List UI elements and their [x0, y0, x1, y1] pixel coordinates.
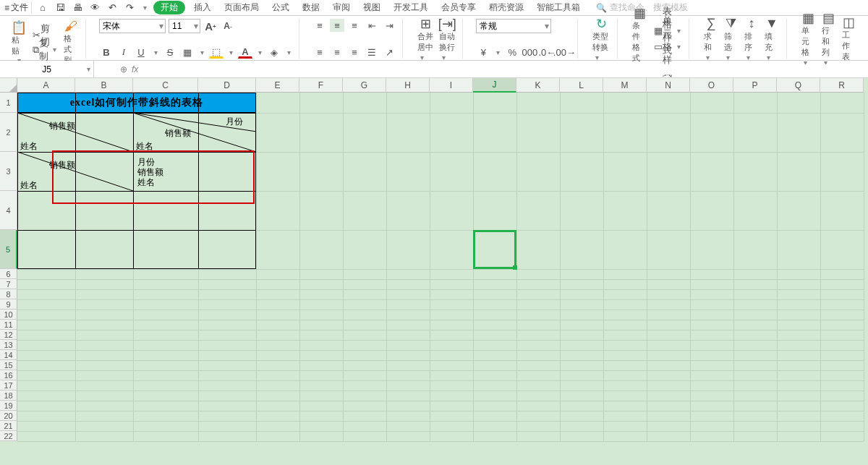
decrease-font-button[interactable]: A- — [221, 20, 235, 33]
home-icon[interactable]: ⌂ — [36, 1, 49, 14]
percent-button[interactable]: % — [505, 46, 519, 59]
column-header-I[interactable]: I — [430, 78, 473, 93]
chevron-down-icon[interactable]: ▾ — [255, 48, 264, 56]
row-header-12[interactable]: 12 — [0, 330, 17, 340]
row-header-5[interactable]: 5 — [0, 230, 17, 269]
conditional-format-button[interactable]: ▦条件格式▾ — [631, 19, 649, 59]
row-header-22[interactable]: 22 — [0, 431, 17, 441]
column-header-F[interactable]: F — [299, 78, 343, 93]
orientation-button[interactable]: ↗ — [382, 46, 396, 59]
print-preview-icon[interactable]: 👁 — [88, 1, 101, 14]
row-header-15[interactable]: 15 — [0, 360, 17, 370]
column-header-B[interactable]: B — [75, 78, 133, 93]
merge-center-button[interactable]: ⊞合并居中▾ — [416, 19, 435, 59]
align-left-button[interactable]: ≡ — [312, 46, 327, 59]
align-top-button[interactable]: ≡ — [312, 19, 327, 32]
phonetic-button[interactable]: ◈ — [267, 46, 281, 59]
copy-button[interactable]: ⧉ 复制▾ — [30, 43, 59, 56]
tab-dev-tools[interactable]: 开发工具 — [389, 1, 433, 14]
format-painter-button[interactable]: 🖌 格式刷 — [62, 19, 80, 66]
row-header-1[interactable]: 1 — [0, 93, 17, 113]
number-format-select[interactable]: 常规 — [476, 19, 551, 33]
row-header-14[interactable]: 14 — [0, 350, 17, 360]
row-header-18[interactable]: 18 — [0, 391, 17, 401]
currency-button[interactable]: ¥ — [476, 46, 490, 59]
column-header-G[interactable]: G — [343, 78, 386, 93]
border-button[interactable]: ▦ — [180, 46, 195, 59]
tab-review[interactable]: 审阅 — [328, 1, 354, 14]
align-bottom-button[interactable]: ≡ — [347, 19, 362, 32]
row-header-6[interactable]: 6 — [0, 269, 17, 279]
qat-dropdown-icon[interactable]: ▾ — [140, 4, 149, 12]
paste-button[interactable]: 📋 粘贴▾ — [10, 20, 27, 64]
decrease-indent-button[interactable]: ⇤ — [365, 19, 379, 32]
strike-button[interactable]: S — [163, 46, 177, 59]
column-header-D[interactable]: D — [198, 78, 256, 93]
row-header-3[interactable]: 3 — [0, 152, 17, 191]
tab-smart-toolbox[interactable]: 智能工具箱 — [532, 1, 584, 14]
tab-member[interactable]: 会员专享 — [437, 1, 480, 14]
column-header-Q[interactable]: Q — [777, 78, 820, 93]
chevron-down-icon[interactable]: ▾ — [493, 48, 502, 56]
align-middle-button[interactable]: ≡ — [330, 19, 344, 32]
tab-page-layout[interactable]: 页面布局 — [220, 1, 263, 14]
column-header-H[interactable]: H — [386, 78, 430, 93]
title-cell[interactable]: excel如何制作带斜线的表格 — [17, 93, 256, 113]
font-name-select[interactable]: 宋体 — [99, 19, 166, 33]
fill-color-button[interactable]: ⬚ — [209, 46, 224, 59]
increase-font-button[interactable]: A+ — [203, 20, 218, 33]
row-header-10[interactable]: 10 — [0, 310, 17, 320]
row-header-16[interactable]: 16 — [0, 370, 17, 380]
row-header-11[interactable]: 11 — [0, 320, 17, 330]
row-header-21[interactable]: 21 — [0, 421, 17, 431]
row-header-13[interactable]: 13 — [0, 340, 17, 350]
save-icon[interactable]: 🖫 — [54, 1, 67, 14]
filter-button[interactable]: ⧩筛选▾ — [723, 19, 740, 59]
column-header-J[interactable]: J — [473, 78, 516, 93]
bold-button[interactable]: B — [99, 46, 114, 59]
tab-resources[interactable]: 稻壳资源 — [485, 1, 528, 14]
row-header-20[interactable]: 20 — [0, 411, 17, 421]
row-header-17[interactable]: 17 — [0, 380, 17, 391]
row-header-19[interactable]: 19 — [0, 401, 17, 411]
column-header-M[interactable]: M — [603, 78, 647, 93]
column-header-R[interactable]: R — [820, 78, 864, 93]
redo-icon[interactable]: ↷ — [123, 1, 136, 14]
font-size-select[interactable]: 11 — [169, 19, 200, 33]
row-header-2[interactable]: 2 — [0, 113, 17, 152]
name-box[interactable]: ▾ — [0, 61, 94, 77]
select-all-corner[interactable] — [0, 78, 17, 93]
chevron-down-icon[interactable]: ▾ — [87, 65, 90, 73]
tab-insert[interactable]: 插入 — [190, 1, 216, 14]
increase-decimal-button[interactable]: .0← — [540, 46, 554, 59]
file-menu[interactable]: ≡ 文件 — [4, 1, 32, 14]
tab-view[interactable]: 视图 — [359, 1, 385, 14]
print-icon[interactable]: 🖶 — [71, 1, 84, 14]
undo-icon[interactable]: ↶ — [106, 1, 119, 14]
thousands-button[interactable]: 000 — [522, 46, 537, 59]
justify-button[interactable]: ☰ — [365, 46, 379, 59]
row-header-7[interactable]: 7 — [0, 279, 17, 289]
column-header-C[interactable]: C — [133, 78, 198, 93]
tab-data[interactable]: 数据 — [298, 1, 324, 14]
auto-wrap-button[interactable]: [⇥]自动换行▾ — [438, 19, 456, 59]
underline-button[interactable]: U — [134, 46, 148, 59]
row-col-button[interactable]: ▤行和列▾ — [820, 19, 838, 59]
tab-formulas[interactable]: 公式 — [268, 1, 294, 14]
tab-start[interactable]: 开始 — [153, 1, 185, 14]
fx-icon[interactable]: fx — [132, 64, 138, 74]
zoom-icon[interactable]: ⊕ — [120, 64, 127, 74]
column-header-O[interactable]: O — [690, 78, 733, 93]
column-header-N[interactable]: N — [647, 78, 690, 93]
row-header-8[interactable]: 8 — [0, 289, 17, 299]
align-right-button[interactable]: ≡ — [347, 46, 362, 59]
spreadsheet-grid[interactable]: ABCDEFGHIJKLMNOPQR 123456789101112131415… — [0, 78, 868, 465]
decrease-decimal-button[interactable]: .00→ — [557, 46, 571, 59]
fill-button[interactable]: ▼填充▾ — [763, 19, 780, 59]
column-header-E[interactable]: E — [256, 78, 299, 93]
column-header-A[interactable]: A — [17, 78, 75, 93]
chevron-down-icon[interactable]: ▾ — [151, 48, 160, 56]
chevron-down-icon[interactable]: ▾ — [197, 48, 206, 56]
cell-button[interactable]: ▦单元格▾ — [800, 19, 817, 59]
active-cell-outline[interactable] — [473, 230, 516, 269]
